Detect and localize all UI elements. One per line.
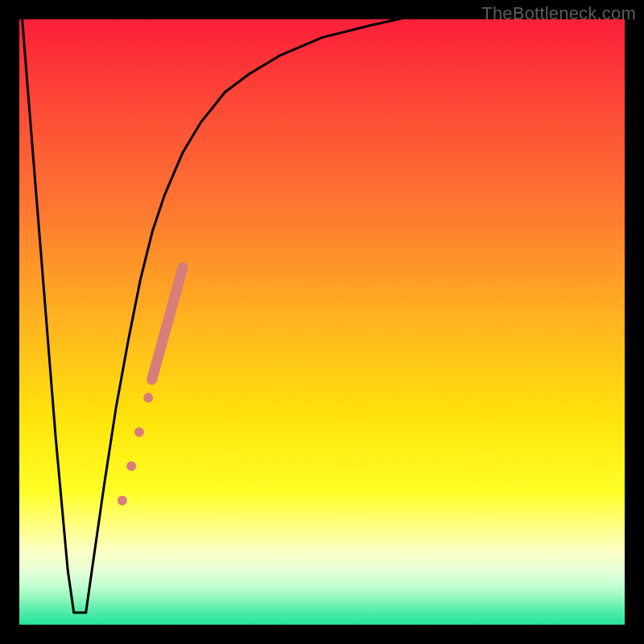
chart-frame: TheBottleneck.com <box>0 0 644 644</box>
highlight-dot <box>143 393 153 402</box>
chart-svg <box>19 19 625 625</box>
plot-area <box>19 19 625 625</box>
highlight-dot <box>134 427 144 437</box>
gradient-background <box>19 19 625 625</box>
highlight-dot <box>126 461 136 471</box>
watermark-text: TheBottleneck.com <box>481 3 636 24</box>
highlight-dot <box>118 496 127 506</box>
